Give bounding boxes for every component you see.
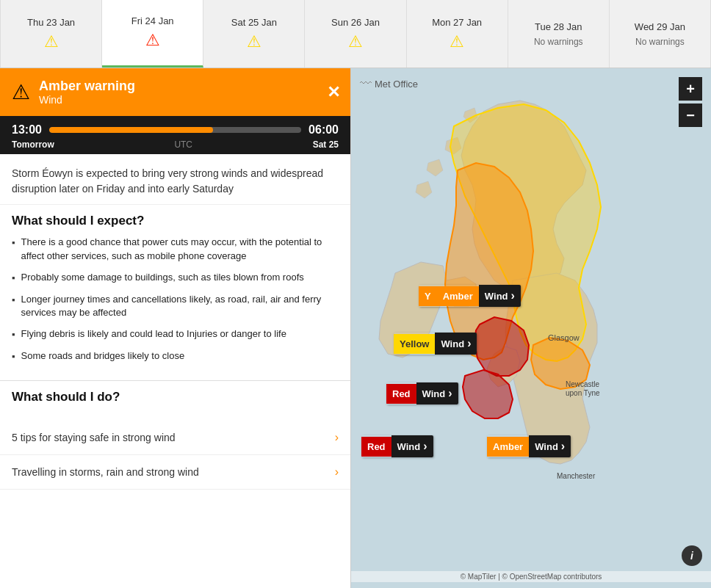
met-office-logo: 〰 Met Office bbox=[360, 77, 418, 90]
amber-badge-label-top: Amber bbox=[437, 286, 479, 306]
svg-text:Newcastle: Newcastle bbox=[566, 380, 600, 388]
bullet-item-3: Flying debris is likely and could lead t… bbox=[12, 327, 339, 342]
svg-text:Glasgow: Glasgow bbox=[548, 333, 580, 342]
red-wind-label-bottom: Wind bbox=[391, 435, 433, 457]
time-progress-fill bbox=[49, 127, 213, 133]
tab-date-sat25: Sat 25 Jan bbox=[231, 17, 277, 28]
tab-icon-fri24: ⚠ bbox=[145, 31, 160, 50]
action-link-2[interactable]: Travelling in storms, rain and strong wi… bbox=[0, 455, 350, 490]
expect-bullet-list: There is a good chance that power cuts m… bbox=[12, 236, 339, 364]
yellow-badge-color: Yellow bbox=[394, 334, 435, 354]
tab-icon-sun26: ⚠ bbox=[348, 32, 363, 51]
time-bar: 13:00 06:00 Tomorrow UTC Sat 25 bbox=[0, 116, 350, 154]
date-utc: UTC bbox=[174, 139, 192, 150]
bullet-item-1: Probably some damage to buildings, such … bbox=[12, 271, 339, 286]
tab-tue28[interactable]: Tue 28 JanNo warnings bbox=[508, 0, 610, 68]
amber-wind-label-bottom: Wind bbox=[529, 435, 571, 457]
time-end: 06:00 bbox=[308, 123, 339, 137]
tab-date-fri24: Fri 24 Jan bbox=[131, 15, 174, 26]
do-section: What should I do? bbox=[0, 381, 350, 421]
red-wind-label-top: Wind bbox=[416, 382, 458, 404]
warning-subtitle: Wind bbox=[39, 94, 135, 106]
expect-section-title: What should I expect? bbox=[12, 214, 339, 228]
tab-no-warnings-wed29: No warnings bbox=[635, 37, 685, 47]
tab-date-sun26: Sun 26 Jan bbox=[331, 17, 380, 28]
red-wind-badge-top[interactable]: Red Wind bbox=[386, 382, 458, 404]
close-button[interactable]: ✕ bbox=[327, 83, 340, 102]
warning-title: Amber warning bbox=[39, 79, 135, 94]
tab-date-thu23: Thu 23 Jan bbox=[27, 17, 75, 28]
action-link-1-label: 5 tips for staying safe in strong wind bbox=[12, 432, 176, 443]
tab-date-mon27: Mon 27 Jan bbox=[432, 17, 482, 28]
tab-icon-sat25: ⚠ bbox=[247, 32, 261, 51]
svg-text:upon Tyne: upon Tyne bbox=[566, 389, 600, 397]
amber-warning-icon: ⚠ bbox=[12, 80, 30, 104]
tab-icon-mon27: ⚠ bbox=[450, 32, 464, 51]
map-attribution: © MapTiler | © OpenStreetMap contributor… bbox=[351, 571, 711, 582]
red-badge-color-top: Red bbox=[386, 384, 416, 404]
red-badge-color-bottom: Red bbox=[361, 437, 391, 457]
met-office-wave-icon: 〰 bbox=[360, 77, 372, 90]
amber-wind-badge-bottom[interactable]: Amber Wind bbox=[487, 435, 571, 457]
amber-badge-color-top: Y bbox=[419, 286, 437, 306]
tab-mon27[interactable]: Mon 27 Jan⚠ bbox=[407, 0, 508, 68]
map-svg: Glasgow Newcastle upon Tyne Manchester bbox=[351, 68, 711, 588]
amber-wind-label-top: Wind bbox=[479, 285, 521, 307]
warning-description: Storm Éowyn is expected to bring very st… bbox=[0, 154, 350, 205]
date-tomorrow: Tomorrow bbox=[12, 139, 54, 150]
expect-section: What should I expect? There is a good ch… bbox=[0, 205, 350, 380]
left-panel: ⚠ Amber warning Wind ✕ 13:00 06:00 Tomor… bbox=[0, 68, 351, 588]
yellow-wind-label: Wind bbox=[435, 333, 477, 355]
time-progress-bar bbox=[49, 127, 301, 133]
map-controls: + − bbox=[679, 77, 702, 127]
bullet-item-0: There is a good chance that power cuts m… bbox=[12, 236, 339, 264]
zoom-in-button[interactable]: + bbox=[679, 77, 702, 101]
map-background: Glasgow Newcastle upon Tyne Manchester 〰… bbox=[351, 68, 711, 588]
map-info-button[interactable]: i bbox=[682, 545, 702, 566]
tab-date-wed29: Wed 29 Jan bbox=[635, 21, 685, 32]
action-link-2-label: Travelling in storms, rain and strong wi… bbox=[12, 466, 199, 478]
bullet-item-4: Some roads and bridges likely to close bbox=[12, 349, 339, 364]
tab-thu23[interactable]: Thu 23 Jan⚠ bbox=[0, 0, 102, 68]
met-office-text: Met Office bbox=[375, 79, 418, 90]
map-panel: Glasgow Newcastle upon Tyne Manchester 〰… bbox=[351, 68, 711, 588]
tabs-bar: Thu 23 Jan⚠Fri 24 Jan⚠Sat 25 Jan⚠Sun 26 … bbox=[0, 0, 711, 68]
do-section-title: What should I do? bbox=[12, 390, 339, 404]
zoom-out-button[interactable]: − bbox=[679, 104, 702, 127]
main-content: ⚠ Amber warning Wind ✕ 13:00 06:00 Tomor… bbox=[0, 68, 711, 588]
svg-text:Manchester: Manchester bbox=[557, 472, 596, 480]
tab-sat25[interactable]: Sat 25 Jan⚠ bbox=[203, 0, 305, 68]
chevron-icon-2: › bbox=[335, 465, 339, 479]
yellow-wind-badge[interactable]: Yellow Wind bbox=[394, 333, 477, 355]
action-link-1[interactable]: 5 tips for staying safe in strong wind › bbox=[0, 421, 350, 455]
tab-fri24[interactable]: Fri 24 Jan⚠ bbox=[102, 0, 203, 68]
tab-icon-thu23: ⚠ bbox=[44, 32, 59, 51]
amber-badge-color-bottom: Amber bbox=[487, 437, 529, 457]
tab-no-warnings-tue28: No warnings bbox=[534, 37, 583, 47]
tab-sun26[interactable]: Sun 26 Jan⚠ bbox=[305, 0, 406, 68]
amber-wind-badge-top[interactable]: Y Amber Wind bbox=[419, 285, 521, 307]
date-sat25: Sat 25 bbox=[313, 139, 339, 150]
time-start: 13:00 bbox=[12, 123, 42, 137]
tab-date-tue28: Tue 28 Jan bbox=[535, 21, 582, 32]
warning-title-group: Amber warning Wind bbox=[39, 79, 135, 106]
red-wind-badge-bottom[interactable]: Red Wind bbox=[361, 435, 433, 457]
warning-header: ⚠ Amber warning Wind ✕ bbox=[0, 68, 350, 116]
bullet-item-2: Longer journey times and cancellations l… bbox=[12, 293, 339, 321]
tab-wed29[interactable]: Wed 29 JanNo warnings bbox=[610, 0, 711, 68]
chevron-icon-1: › bbox=[335, 431, 339, 444]
